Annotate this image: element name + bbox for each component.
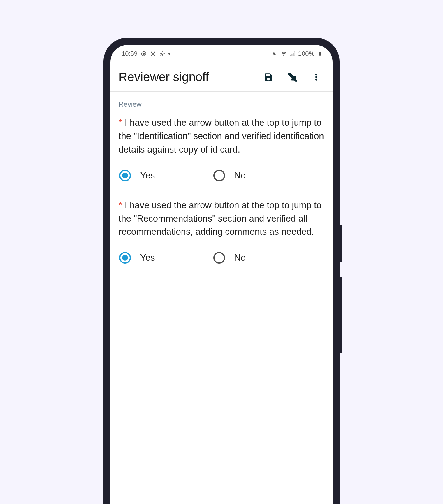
svg-point-17 xyxy=(295,80,297,82)
option-label-no: No xyxy=(234,253,246,263)
section-label: Review xyxy=(110,92,333,111)
status-mute-icon xyxy=(272,50,278,57)
radio-selected-icon xyxy=(119,252,131,264)
question-1-option-yes[interactable]: Yes xyxy=(119,170,155,181)
save-icon xyxy=(263,72,273,82)
phone-frame: 10:59 xyxy=(103,38,340,504)
overflow-menu-button[interactable] xyxy=(310,71,322,83)
status-battery-text: 100% xyxy=(298,50,314,57)
status-time: 10:59 xyxy=(122,50,138,57)
question-1-body: I have used the arrow button at the top … xyxy=(119,118,324,155)
svg-rect-10 xyxy=(291,54,292,56)
status-right: 100% xyxy=(272,50,323,57)
question-2-body: I have used the arrow button at the top … xyxy=(119,200,321,237)
svg-rect-11 xyxy=(293,53,294,56)
question-2-option-no[interactable]: No xyxy=(213,252,246,264)
status-record-icon xyxy=(140,50,147,57)
svg-point-18 xyxy=(315,74,317,75)
svg-point-3 xyxy=(154,52,155,52)
question-2-options: Yes No xyxy=(119,252,324,264)
phone-side-button-2 xyxy=(339,277,342,353)
option-label-yes: Yes xyxy=(140,170,155,181)
svg-point-2 xyxy=(151,52,152,52)
app-bar: Reviewer signoff xyxy=(110,62,333,92)
svg-rect-15 xyxy=(267,74,268,76)
svg-point-4 xyxy=(151,55,152,55)
status-left: 10:59 xyxy=(122,50,170,57)
arrow-down-right-icon xyxy=(287,72,297,82)
svg-point-8 xyxy=(284,55,284,56)
question-2-option-yes[interactable]: Yes xyxy=(119,252,155,264)
svg-point-20 xyxy=(315,78,317,80)
status-battery-icon xyxy=(317,50,323,57)
question-block-1: * I have used the arrow button at the to… xyxy=(110,111,333,193)
save-button[interactable] xyxy=(263,71,274,83)
more-vert-icon xyxy=(312,73,321,81)
option-label-no: No xyxy=(234,170,246,181)
question-block-2: * I have used the arrow button at the to… xyxy=(110,193,333,276)
question-1-text: * I have used the arrow button at the to… xyxy=(119,116,324,156)
status-signal-icon xyxy=(289,50,296,57)
required-marker: * xyxy=(119,118,122,128)
phone-screen: 10:59 xyxy=(110,45,333,504)
svg-rect-14 xyxy=(319,52,320,52)
option-label-yes: Yes xyxy=(140,253,155,263)
svg-rect-13 xyxy=(319,52,321,56)
svg-point-19 xyxy=(315,76,317,78)
question-1-options: Yes No xyxy=(119,170,324,181)
status-wifi-icon xyxy=(281,50,287,57)
svg-point-6 xyxy=(162,53,163,55)
svg-point-5 xyxy=(154,55,155,55)
status-tools-icon xyxy=(150,50,156,57)
question-1-option-no[interactable]: No xyxy=(213,170,246,181)
status-gear-icon xyxy=(159,50,166,57)
status-bar: 10:59 xyxy=(110,45,333,62)
question-2-text: * I have used the arrow button at the to… xyxy=(119,199,324,239)
appbar-actions xyxy=(263,71,322,83)
svg-point-1 xyxy=(143,53,145,55)
radio-unselected-icon xyxy=(213,170,225,181)
form-content: Review * I have used the arrow button at… xyxy=(110,92,333,504)
svg-rect-9 xyxy=(290,55,291,56)
jump-button[interactable] xyxy=(286,71,298,83)
page-title: Reviewer signoff xyxy=(119,70,263,84)
required-marker: * xyxy=(119,200,122,210)
phone-side-button-1 xyxy=(339,225,342,262)
radio-selected-icon xyxy=(119,170,131,181)
status-more-dot xyxy=(168,53,170,55)
radio-unselected-icon xyxy=(213,252,225,264)
svg-rect-12 xyxy=(294,52,295,56)
